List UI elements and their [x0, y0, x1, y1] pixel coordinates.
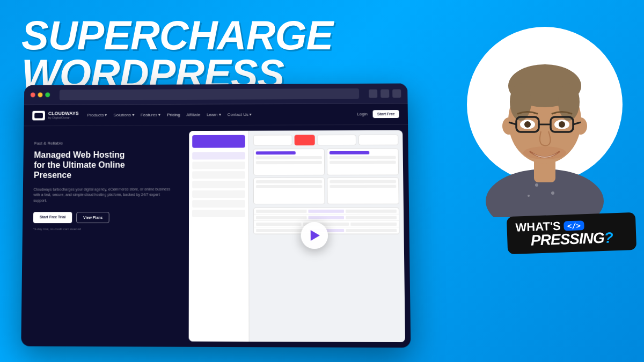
whats-pressing-badge: WHAT'S </> PRESSING?: [507, 212, 636, 254]
table-row: [254, 221, 399, 227]
table-cell: [256, 228, 307, 232]
hero-headline: Managed Web Hostingfor the Ultimate Onli…: [34, 150, 173, 181]
dash-menu-item: [192, 190, 245, 198]
browser-card: CLOUDWAYS by DigitalOcean Products ▾ Sol…: [21, 83, 411, 348]
dash-menu-item: [192, 200, 245, 208]
logo-icon: [32, 110, 45, 120]
nav-right: Login Start Free: [357, 110, 399, 118]
dash-topbar-item: [317, 135, 357, 145]
dash-menu-item: [193, 152, 245, 159]
browser-dots: [31, 92, 50, 97]
person-area: WHAT'S </> PRESSING?: [462, 27, 628, 252]
code-icon: </>: [564, 220, 584, 231]
table-cell: [256, 216, 307, 219]
nav-item-affiliate[interactable]: Affiliate: [186, 112, 200, 117]
table-cell: [308, 216, 343, 219]
dash-card-line: [256, 161, 322, 164]
person-image: [467, 19, 623, 217]
dash-card-line: [330, 185, 396, 188]
nav-item-contact[interactable]: Contact Us ▾: [228, 112, 252, 117]
nav-item-pricing[interactable]: Pricing: [167, 113, 180, 117]
table-cell: [346, 216, 397, 219]
dashboard-sidebar: [189, 131, 249, 342]
view-plans-button[interactable]: View Plans: [76, 212, 109, 223]
nav-item-learn[interactable]: Learn ▾: [207, 112, 221, 117]
browser-icons: [369, 89, 401, 98]
dot-yellow: [38, 92, 43, 97]
table-cell: [256, 209, 307, 212]
hero-note: *3-day trial, no credit card needed: [33, 227, 173, 231]
table-cell: [346, 209, 397, 212]
dash-card-line: [330, 180, 396, 183]
dash-card: [253, 178, 325, 204]
table-row: [254, 215, 399, 221]
title-line1: SUPERCHARGE: [21, 16, 258, 55]
dash-card: [327, 149, 399, 175]
dash-menu-item: [193, 161, 245, 169]
dash-topbar-accent: [295, 135, 315, 145]
table-cell: [256, 222, 302, 225]
nav-login-link[interactable]: Login: [357, 112, 368, 116]
dash-card-line: [330, 156, 396, 159]
start-free-trial-button[interactable]: Start Free Trial: [33, 212, 72, 223]
nav-items: Products ▾ Solutions ▾ Features ▾ Pricin…: [87, 112, 357, 117]
dot-red: [31, 93, 35, 98]
site-nav: CLOUDWAYS by DigitalOcean Products ▾ Sol…: [24, 104, 408, 126]
dash-card: [327, 178, 399, 204]
hero-content: Fast & Reliable Managed Web Hostingfor t…: [21, 125, 411, 348]
dashboard-mock: [189, 130, 405, 342]
browser-icon: [392, 89, 401, 98]
logo-text-block: CLOUDWAYS by DigitalOcean: [48, 111, 79, 119]
svg-point-2: [551, 191, 554, 195]
hero-tag: Fast & Reliable: [34, 141, 173, 146]
browser-icon: [369, 89, 377, 98]
dash-card-line: [256, 185, 323, 188]
svg-point-20: [523, 146, 566, 159]
dash-card-line: [255, 151, 295, 154]
dash-cards: [253, 149, 399, 204]
svg-point-9: [502, 117, 515, 135]
nav-item-features[interactable]: Features ▾: [141, 113, 160, 117]
dash-topbar-item: [358, 135, 398, 145]
svg-point-7: [510, 83, 531, 121]
table-cell: [308, 209, 343, 212]
hero-right: [184, 125, 411, 348]
nav-item-products[interactable]: Products ▾: [87, 113, 107, 117]
pressing-label: PRESSING?: [516, 230, 628, 248]
dash-menu-item: [192, 210, 245, 217]
logo-text: CLOUDWAYS: [48, 111, 79, 116]
browser-icon: [380, 89, 389, 98]
logo-sub: by DigitalOcean: [48, 116, 79, 119]
table-row: [254, 208, 399, 215]
svg-point-10: [574, 117, 587, 135]
nav-start-free-button[interactable]: Start Free: [373, 110, 399, 118]
dash-card-line: [330, 161, 396, 164]
svg-point-1: [535, 183, 538, 187]
site-logo: CLOUDWAYS by DigitalOcean: [32, 110, 78, 120]
nav-item-solutions[interactable]: Solutions ▾: [113, 113, 134, 117]
svg-point-3: [528, 195, 530, 197]
table-cell: [350, 222, 397, 225]
browser-chrome: [24, 83, 408, 105]
table-cell: [346, 228, 397, 232]
dash-card-line: [330, 151, 369, 154]
svg-point-19: [559, 121, 565, 128]
svg-point-18: [524, 121, 531, 128]
hero-left: Fast & Reliable Managed Web Hostingfor t…: [21, 125, 184, 346]
hero-buttons: Start Free Trial View Plans: [33, 212, 173, 223]
dash-topbar-item: [253, 135, 292, 145]
hero-description: Cloudways turbocharges your digital agen…: [33, 187, 173, 204]
dash-card: [253, 149, 325, 175]
dot-green: [45, 92, 50, 97]
dash-menu-item: [193, 171, 245, 179]
dash-card-line: [256, 156, 322, 159]
dash-header: [193, 135, 245, 148]
svg-point-8: [558, 83, 580, 121]
play-button[interactable]: [301, 222, 328, 249]
dash-menu-item: [192, 181, 245, 188]
dash-card-line: [256, 180, 322, 183]
logo-icon-inner: [34, 113, 43, 118]
browser-address-bar[interactable]: [60, 88, 359, 100]
play-icon: [311, 230, 320, 241]
dash-topbar: [253, 135, 398, 146]
